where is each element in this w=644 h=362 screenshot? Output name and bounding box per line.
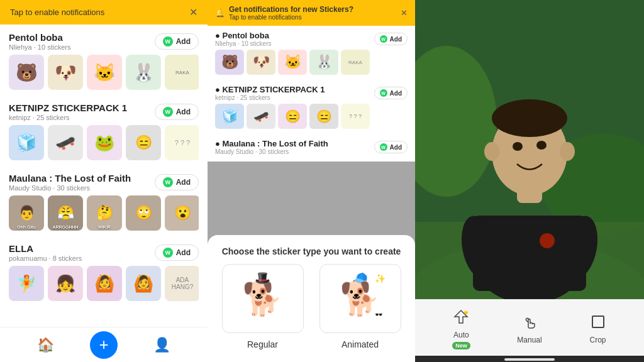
center-panel: 🔔 Get notifications for new Stickers? Ta… — [208, 0, 415, 362]
sticker-thumb[interactable]: ADAHANG? — [165, 266, 199, 301]
sticker-thumb[interactable]: 🐸 — [87, 125, 122, 160]
svg-point-14 — [540, 233, 555, 248]
photo-area — [415, 0, 644, 299]
section-sub-pentol: Nliehya · 10 stickers — [9, 43, 70, 51]
modal-options: 🐕 🎩 Regular 🐕 🧢 ✨ 🕶️ Animated — [208, 264, 415, 349]
svg-point-13 — [560, 142, 575, 161]
add-button-ketnipz[interactable]: W Add — [155, 104, 199, 120]
center-section-maulana: ● Maulana : The Lost of Faith Maudy Stud… — [208, 134, 415, 162]
center-notif-close-icon[interactable]: ✕ — [401, 8, 408, 18]
sticker-thumb[interactable]: 🐱 — [87, 55, 122, 90]
section-title-ketnipz: KETNIPZ STICKERPACK 1 — [9, 102, 127, 113]
modal-title: Choose the sticker type you want to crea… — [208, 235, 415, 264]
sticker-row-maulana: 👨 Ohh Gitu 😤 ARRGGHHH 🤔 MIKIR 🙄 😮 — [9, 195, 199, 231]
regular-option-card[interactable]: 🐕 🎩 — [222, 264, 304, 333]
sticker-section-maulana: Maulana : The Lost of Faith Maudy Studio… — [0, 165, 208, 236]
section-title-ella: ELLA — [9, 243, 82, 254]
svg-point-12 — [484, 142, 499, 161]
svg-point-9 — [492, 99, 567, 137]
sticker-section-pentol: Pentol boba Nliehya · 10 stickers W Add … — [0, 25, 208, 95]
sticker-thumb[interactable]: 😑 — [126, 125, 161, 160]
bell-icon: 🔔 — [215, 8, 225, 18]
center-sticker[interactable]: ? ? ? — [341, 104, 370, 129]
center-sticker[interactable]: 😑 — [309, 104, 338, 129]
bottom-indicator — [504, 358, 555, 361]
section-sub-maulana: Maudy Studio · 30 stickers — [9, 184, 131, 192]
auto-icon — [450, 305, 472, 328]
sticker-thumb[interactable]: 😮 — [165, 195, 199, 231]
center-notif-sub: Tap to enable notifications — [229, 14, 353, 21]
whatsapp-icon: W — [163, 36, 173, 47]
animated-option[interactable]: 🐕 🧢 ✨ 🕶️ Animated — [318, 264, 402, 349]
sticker-thumb[interactable]: 🧚 — [9, 266, 44, 301]
whatsapp-icon: W — [163, 177, 173, 187]
animated-option-label: Animated — [341, 339, 379, 349]
center-sticker[interactable]: 🐶 — [247, 50, 275, 75]
center-sticker[interactable]: 🐰 — [309, 50, 338, 75]
person-photo — [415, 0, 644, 299]
center-add-pentol[interactable]: W Add — [374, 33, 408, 45]
animated-option-card[interactable]: 🐕 🧢 ✨ 🕶️ — [319, 264, 401, 333]
center-sub-maulana: Maudy Studio · 30 stickers — [215, 148, 328, 155]
add-button-ella[interactable]: W Add — [155, 244, 199, 261]
sticker-thumb[interactable]: 🛹 — [48, 125, 83, 160]
sticker-thumb[interactable]: 🙄 — [126, 195, 161, 231]
sticker-row-ketnipz: 🧊 🛹 🐸 😑 ? ? ? — [9, 125, 199, 160]
sticker-thumb[interactable]: 🤔 MIKIR — [87, 195, 122, 231]
svg-point-17 — [464, 310, 468, 314]
center-section-pentol: ● Pentol boba Nliehya · 10 stickers W Ad… — [208, 26, 415, 79]
sticker-section-ketnipz: KETNIPZ STICKERPACK 1 ketnipz · 25 stick… — [0, 95, 208, 165]
left-panel: Tap to enable notifications ✕ Pentol bob… — [0, 0, 208, 362]
center-title-pentol: ● Pentol boba — [215, 31, 271, 40]
sticker-thumb[interactable]: 👧 — [48, 266, 83, 301]
sticker-thumb[interactable]: 🐶 — [48, 55, 83, 90]
sticker-thumb[interactable]: 😤 ARRGGHHH — [48, 195, 83, 231]
whatsapp-icon: W — [163, 107, 173, 117]
tool-crop[interactable]: Crop — [587, 310, 609, 344]
center-sticker[interactable]: 🧊 — [215, 104, 244, 129]
add-button-pentol[interactable]: W Add — [155, 33, 199, 50]
bottom-bar: 🏠 + 👤 — [0, 327, 208, 362]
home-icon[interactable]: 🏠 — [37, 337, 54, 353]
center-sticker[interactable]: 🛹 — [247, 104, 275, 129]
center-notification[interactable]: 🔔 Get notifications for new Stickers? Ta… — [208, 0, 415, 26]
svg-point-10 — [513, 142, 523, 151]
center-sticker[interactable]: 🐱 — [278, 50, 307, 75]
sticker-thumb[interactable]: ? ? ? — [165, 125, 199, 160]
section-title-maulana: Maulana : The Lost of Faith — [9, 173, 131, 184]
center-sticker[interactable]: 😑 — [278, 104, 307, 129]
center-section-ketnipz: ● KETNIPZ STICKERPACK 1 ketnipz · 25 sti… — [208, 80, 415, 133]
regular-option-label: Regular — [247, 339, 278, 349]
center-sticker[interactable]: RAKA — [341, 50, 370, 75]
svg-point-11 — [536, 141, 547, 150]
sticker-thumb[interactable]: RAKA — [165, 55, 199, 90]
center-sticker-row-pentol: 🐻 🐶 🐱 🐰 RAKA — [215, 50, 408, 75]
sticker-thumb[interactable]: 🐻 — [9, 55, 44, 90]
regular-option[interactable]: 🐕 🎩 Regular — [220, 264, 305, 349]
fab-add-button[interactable]: + — [90, 331, 118, 359]
tool-auto[interactable]: Auto New — [450, 305, 472, 349]
sticker-thumb[interactable]: 🙆 — [126, 266, 161, 301]
add-button-maulana[interactable]: W Add — [155, 174, 199, 190]
section-sub-ella: pokamuamu · 8 stickers — [9, 255, 82, 262]
sticker-row-pentol: 🐻 🐶 🐱 🐰 RAKA — [9, 55, 199, 90]
sticker-thumb[interactable]: 👨 Ohh Gitu — [9, 195, 44, 231]
center-sticker[interactable]: 🐻 — [215, 50, 244, 75]
sticker-thumb[interactable]: 🐰 — [126, 55, 161, 90]
sticker-thumb[interactable]: 🧊 — [9, 125, 44, 160]
sticker-type-modal: Choose the sticker type you want to crea… — [208, 235, 415, 362]
whatsapp-icon: W — [163, 248, 173, 258]
notification-close-icon[interactable]: ✕ — [189, 6, 197, 18]
profile-icon[interactable]: 👤 — [153, 337, 170, 353]
notification-text: Tap to enable notifications — [10, 8, 184, 17]
sticker-thumb[interactable]: 🙆 — [87, 266, 122, 301]
new-badge: New — [452, 342, 470, 349]
notification-bar[interactable]: Tap to enable notifications ✕ — [0, 0, 208, 25]
center-sticker-row-ketnipz: 🧊 🛹 😑 😑 ? ? ? — [215, 104, 408, 129]
center-add-maulana[interactable]: W Add — [374, 141, 408, 153]
tool-manual[interactable]: Manual — [517, 310, 541, 344]
section-sub-ketnipz: ketnipz · 25 stickers — [9, 114, 127, 121]
sticker-section-ella: ELLA pokamuamu · 8 stickers W Add 🧚 👧 🙆 … — [0, 236, 208, 306]
center-add-ketnipz[interactable]: W Add — [374, 87, 408, 99]
sticker-list: Pentol boba Nliehya · 10 stickers W Add … — [0, 25, 208, 362]
